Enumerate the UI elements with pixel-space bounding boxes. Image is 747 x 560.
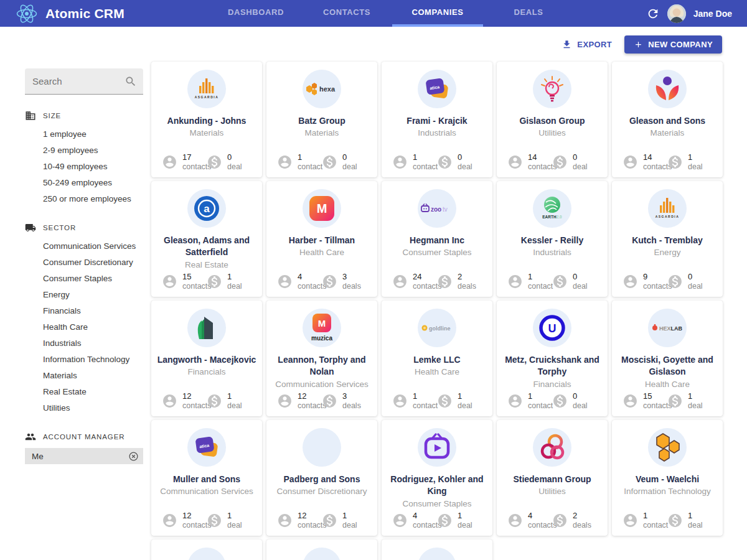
sector-filter-item[interactable]: Industrials bbox=[43, 335, 143, 351]
deals-label: deal bbox=[573, 282, 588, 291]
dollar-icon bbox=[207, 513, 222, 528]
company-name: Metz, Cruickshank and Torphy bbox=[502, 354, 602, 378]
company-card[interactable]: atica Muller and Sons Communication Serv… bbox=[151, 420, 262, 536]
company-name: Harber - Tillman bbox=[289, 235, 355, 246]
sector-filter-item[interactable]: Energy bbox=[43, 286, 143, 302]
sector-filter-item[interactable]: Utilities bbox=[43, 399, 143, 416]
export-button[interactable]: EXPORT bbox=[561, 39, 612, 50]
contacts-stat: 1 contact bbox=[507, 392, 552, 410]
dollar-icon bbox=[322, 393, 337, 409]
person-icon bbox=[622, 154, 638, 170]
company-card[interactable]: Gleason and Sons Materials 14 contacts bbox=[612, 62, 723, 177]
deals-stat: 3 deals bbox=[322, 273, 367, 291]
person-icon bbox=[162, 513, 177, 528]
company-card[interactable]: M Harber - Tillman Health Care 4 contact… bbox=[266, 181, 377, 297]
contacts-stat: 4 contacts bbox=[392, 511, 437, 530]
company-card[interactable] bbox=[382, 539, 492, 560]
deals-stat: 2 deals bbox=[437, 273, 482, 291]
app-header: Atomic CRM DASHBOARDCONTACTSCOMPANIESDEA… bbox=[0, 0, 747, 27]
company-logo: EARTH2.0 bbox=[533, 189, 571, 228]
company-logo: goldline bbox=[418, 309, 456, 347]
sector-filter-item[interactable]: Information Technology bbox=[43, 351, 143, 367]
size-filter-item[interactable]: 2-9 employees bbox=[43, 142, 143, 158]
account-manager-me-chip[interactable]: Me bbox=[25, 448, 143, 464]
company-card[interactable]: Padberg and Sons Consumer Discretionary … bbox=[266, 420, 377, 536]
deals-count: 1 bbox=[458, 392, 472, 401]
company-sector: Industrials bbox=[418, 128, 456, 138]
size-filter-item[interactable]: 250 or more employees bbox=[43, 190, 143, 207]
svg-text:hexa: hexa bbox=[319, 85, 336, 93]
filter-section-title: ACCOUNT MANAGER bbox=[43, 433, 125, 441]
person-icon bbox=[277, 154, 293, 170]
company-card[interactable]: Langworth - Macejkovic Financials 12 con… bbox=[151, 301, 262, 416]
company-logo: { } bbox=[303, 548, 341, 560]
person-icon bbox=[622, 513, 638, 528]
company-logo bbox=[533, 70, 571, 108]
search-box bbox=[25, 68, 143, 95]
nav-tab-dashboard[interactable]: DASHBOARD bbox=[210, 0, 301, 27]
size-filter-item[interactable]: 10-49 employees bbox=[43, 158, 143, 174]
dollar-icon bbox=[667, 393, 683, 409]
company-name: Veum - Waelchi bbox=[636, 474, 699, 485]
dollar-icon bbox=[437, 513, 453, 528]
refresh-button[interactable] bbox=[646, 7, 660, 21]
nav-tab-deals[interactable]: DEALS bbox=[483, 0, 574, 27]
company-card[interactable]: ASGARDIA Ankunding - Johns Materials 17 … bbox=[151, 62, 262, 177]
company-card[interactable]: M muzica Leannon, Torphy and Nolan Commu… bbox=[266, 301, 377, 416]
company-card[interactable]: a Gleason, Adams and Satterfield Real Es… bbox=[151, 181, 262, 297]
sector-filter-item[interactable]: Consumer Staples bbox=[43, 270, 143, 286]
company-card[interactable]: goldline Lemke LLC Health Care 1 contact bbox=[382, 301, 492, 416]
company-sector: Financials bbox=[188, 367, 226, 376]
person-icon bbox=[162, 274, 177, 289]
company-card[interactable]: ASGARDIA Kutch - Tremblay Energy 9 conta… bbox=[612, 181, 723, 297]
dollar-icon bbox=[322, 513, 337, 528]
company-card[interactable]: hexa Batz Group Materials 1 contact bbox=[266, 62, 377, 177]
company-card[interactable]: Rodriguez, Kohler and King Consumer Stap… bbox=[382, 420, 492, 536]
company-card[interactable]: Veum - Waelchi Information Technology 1 … bbox=[612, 420, 723, 536]
sector-filter-item[interactable]: Financials bbox=[43, 302, 143, 319]
deals-count: 1 bbox=[342, 511, 357, 521]
nav-tab-companies[interactable]: COMPANIES bbox=[392, 0, 483, 27]
contacts-stat: 12 contacts bbox=[162, 511, 207, 530]
deals-stat: 1 deal bbox=[207, 392, 251, 410]
company-name: Batz Group bbox=[298, 115, 345, 127]
sector-filter-item[interactable]: Health Care bbox=[43, 319, 143, 335]
deals-label: deal bbox=[573, 401, 588, 410]
company-logo: HEXLAB bbox=[648, 309, 687, 347]
company-card[interactable]: Stiedemann Group Utilities 4 contacts bbox=[497, 420, 608, 536]
deals-label: deal bbox=[458, 401, 472, 410]
deals-count: 0 bbox=[458, 153, 472, 162]
deals-count: 3 bbox=[342, 273, 361, 282]
remove-filter-icon[interactable] bbox=[128, 451, 139, 462]
nav-tab-contacts[interactable]: CONTACTS bbox=[301, 0, 392, 27]
company-card[interactable]: HEXLAB Mosciski, Goyette and Gislason He… bbox=[612, 301, 723, 416]
deals-label: deals bbox=[342, 401, 361, 410]
svg-text:HEXLAB: HEXLAB bbox=[659, 325, 683, 332]
people-icon bbox=[25, 431, 36, 442]
company-card[interactable]: { } bbox=[266, 539, 377, 560]
download-icon bbox=[561, 39, 572, 50]
dollar-icon bbox=[667, 513, 683, 528]
sector-filter-item[interactable]: Communication Services bbox=[43, 238, 143, 254]
company-card[interactable]: atica Frami - Krajcik Industrials 1 cont… bbox=[382, 62, 492, 177]
size-filter-item[interactable]: 50-249 employees bbox=[43, 174, 143, 190]
app-brand: Atomic CRM bbox=[16, 4, 141, 24]
company-name: Gleason, Adams and Satterfield bbox=[157, 235, 256, 259]
svg-text:zoo: zoo bbox=[431, 206, 441, 213]
avatar[interactable] bbox=[667, 4, 686, 23]
deals-stat: 1 deal bbox=[437, 392, 482, 410]
company-card[interactable]: Gislason Group Utilities 14 contacts bbox=[497, 62, 608, 177]
company-card[interactable]: EARTH2.0 Kessler - Reilly Industrials 1 … bbox=[497, 181, 608, 297]
deals-count: 1 bbox=[688, 511, 703, 521]
company-card[interactable] bbox=[151, 539, 262, 560]
company-card[interactable]: zoo tv Hegmann Inc Consumer Staples 24 c… bbox=[382, 181, 492, 297]
sector-filter-item[interactable]: Consumer Discretionary bbox=[43, 254, 143, 270]
size-filter-item[interactable]: 1 employee bbox=[43, 126, 143, 142]
new-company-button[interactable]: NEW COMPANY bbox=[624, 35, 722, 54]
sector-filter-item[interactable]: Real Estate bbox=[43, 383, 143, 399]
companies-grid: ASGARDIA Ankunding - Johns Materials 17 … bbox=[151, 62, 729, 560]
company-card[interactable]: U Metz, Cruickshank and Torphy Financial… bbox=[497, 301, 608, 416]
sector-filter-item[interactable]: Materials bbox=[43, 367, 143, 383]
person-icon bbox=[392, 393, 408, 409]
deals-count: 2 bbox=[573, 511, 591, 521]
